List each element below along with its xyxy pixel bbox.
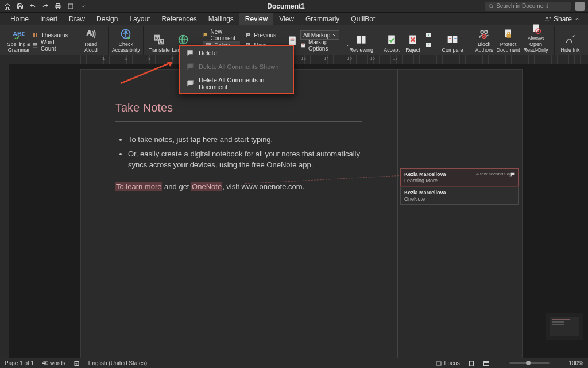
comment-bubble-icon[interactable] bbox=[510, 171, 516, 177]
tab-design[interactable]: Design bbox=[91, 13, 123, 25]
svg-point-35 bbox=[481, 30, 483, 33]
document-page[interactable]: Take Notes To take notes, just tap here … bbox=[80, 69, 523, 358]
redo-icon[interactable] bbox=[41, 2, 49, 10]
new-comment-button[interactable]: New Comment bbox=[203, 30, 240, 40]
doc-bullet-2: Or, easily create a digital notebook for… bbox=[128, 149, 368, 171]
prev-change-icon[interactable] bbox=[424, 32, 432, 40]
status-language[interactable]: English (United States) bbox=[88, 360, 147, 366]
reviewing-pane-button[interactable]: Reviewing bbox=[349, 26, 373, 54]
svg-rect-8 bbox=[36, 33, 37, 37]
svg-line-38 bbox=[483, 35, 486, 38]
check-accessibility-button[interactable]: Check Accessibility bbox=[112, 26, 140, 54]
svg-text:A: A bbox=[160, 40, 163, 44]
tab-home[interactable]: Home bbox=[5, 13, 34, 25]
svg-point-4 bbox=[489, 4, 493, 7]
vertical-ruler[interactable] bbox=[0, 64, 9, 358]
doc-bullet-1: To take notes, just tap here and start t… bbox=[128, 135, 368, 145]
home-icon[interactable] bbox=[3, 2, 11, 10]
spelling-grammar-button[interactable]: ABC Spelling & Grammar bbox=[6, 26, 32, 54]
template-icon[interactable] bbox=[67, 2, 75, 10]
compare-button[interactable]: Compare bbox=[440, 26, 465, 54]
tab-insert[interactable]: Insert bbox=[34, 13, 63, 25]
svg-rect-48 bbox=[469, 361, 473, 366]
tab-draw[interactable]: Draw bbox=[63, 13, 91, 25]
tab-references[interactable]: References bbox=[156, 13, 202, 25]
accept-button[interactable]: Accept bbox=[381, 26, 403, 54]
svg-rect-31 bbox=[448, 36, 452, 43]
svg-rect-32 bbox=[453, 36, 458, 43]
markup-options-button[interactable]: Markup Options bbox=[300, 41, 350, 50]
svg-rect-40 bbox=[507, 34, 512, 38]
zoom-in-button[interactable]: + bbox=[558, 360, 561, 366]
reject-button[interactable]: Reject bbox=[403, 26, 423, 54]
tab-mailings[interactable]: Mailings bbox=[203, 13, 239, 25]
tab-view[interactable]: View bbox=[273, 13, 300, 25]
markup-display-select[interactable]: All Markup bbox=[300, 30, 339, 40]
svg-rect-47 bbox=[436, 362, 441, 365]
svg-rect-49 bbox=[483, 361, 489, 365]
qat-customize-icon[interactable] bbox=[79, 2, 87, 10]
status-words[interactable]: 40 words bbox=[42, 360, 65, 366]
tab-grammarly[interactable]: Grammarly bbox=[300, 13, 345, 25]
focus-mode-button[interactable]: Focus bbox=[435, 360, 460, 367]
web-layout-view-icon[interactable] bbox=[483, 360, 490, 367]
next-change-icon[interactable] bbox=[424, 41, 432, 49]
svg-point-5 bbox=[546, 17, 548, 18]
tab-quillbot[interactable]: QuillBot bbox=[345, 13, 381, 25]
svg-rect-25 bbox=[357, 36, 361, 43]
window-title: Document1 bbox=[87, 2, 485, 10]
search-input[interactable]: Search in Document bbox=[485, 2, 571, 11]
zoom-out-button[interactable]: − bbox=[498, 360, 501, 366]
comment-pane: Kezia MarcellovaA few seconds ago Learni… bbox=[398, 70, 522, 358]
block-authors-button[interactable]: Block Authors bbox=[473, 26, 496, 54]
svg-rect-26 bbox=[362, 36, 366, 43]
always-open-readonly-button[interactable]: Always Open Read-Only bbox=[521, 26, 551, 54]
status-bar: Page 1 of 1 40 words English (United Sta… bbox=[0, 358, 588, 368]
doc-paragraph-2: To learn more and get OneNote, visit www… bbox=[115, 182, 368, 191]
svg-rect-46 bbox=[75, 361, 79, 365]
comment-card-1[interactable]: Kezia MarcellovaA few seconds ago Learni… bbox=[400, 168, 519, 186]
doc-heading: Take Notes bbox=[115, 101, 368, 114]
save-icon[interactable] bbox=[16, 2, 24, 10]
print-icon[interactable] bbox=[54, 2, 62, 10]
svg-rect-23 bbox=[301, 44, 305, 48]
svg-point-36 bbox=[485, 30, 488, 33]
thesaurus-button[interactable]: Thesaurus bbox=[32, 30, 70, 40]
status-page[interactable]: Page 1 of 1 bbox=[5, 360, 34, 366]
title-bar: Document1 Search in Document bbox=[0, 0, 588, 13]
horizontal-ruler[interactable]: 1 2 3 4 13 14 15 16 17 bbox=[0, 55, 588, 64]
svg-rect-7 bbox=[33, 33, 35, 37]
translate-button[interactable]: 文A Translate bbox=[147, 26, 171, 54]
tab-layout[interactable]: Layout bbox=[123, 13, 156, 25]
undo-icon[interactable] bbox=[29, 2, 37, 10]
print-layout-view-icon[interactable] bbox=[468, 360, 475, 367]
search-placeholder: Search in Document bbox=[496, 3, 548, 9]
svg-rect-3 bbox=[68, 4, 73, 9]
delete-dropdown-menu: Delete Delete All Comments Shown Delete … bbox=[179, 45, 294, 94]
menu-item-delete-shown: Delete All Comments Shown bbox=[180, 60, 293, 74]
protect-document-button[interactable]: Protect Document bbox=[496, 26, 521, 54]
svg-text:ABC: ABC bbox=[13, 30, 25, 37]
previous-comment-button[interactable]: Previous bbox=[245, 30, 276, 40]
read-aloud-button[interactable]: A Read Aloud bbox=[77, 26, 105, 54]
user-avatar-icon[interactable] bbox=[575, 2, 585, 11]
menu-item-delete[interactable]: Delete bbox=[180, 46, 293, 60]
share-button[interactable]: Share bbox=[541, 13, 583, 25]
page-thumbnail[interactable] bbox=[546, 313, 583, 340]
menu-item-delete-all[interactable]: Delete All Comments in Document bbox=[180, 74, 293, 93]
zoom-slider[interactable] bbox=[509, 362, 550, 364]
document-workspace: Take Notes To take notes, just tap here … bbox=[0, 64, 588, 358]
word-count-button[interactable]: 123Word Count bbox=[32, 41, 70, 50]
ribbon-tabs: Home Insert Draw Design Layout Reference… bbox=[0, 13, 588, 25]
svg-text:123: 123 bbox=[33, 43, 37, 46]
tab-review[interactable]: Review bbox=[239, 13, 273, 25]
svg-point-13 bbox=[125, 31, 127, 33]
ribbon: ABC Spelling & Grammar Thesaurus 123Word… bbox=[0, 25, 588, 55]
hide-ink-button[interactable]: Hide Ink bbox=[558, 26, 582, 54]
spellcheck-status-icon[interactable] bbox=[74, 360, 80, 367]
svg-text:A: A bbox=[87, 29, 92, 36]
svg-rect-27 bbox=[388, 36, 395, 44]
zoom-percent[interactable]: 100% bbox=[568, 360, 583, 366]
comment-card-2[interactable]: Kezia Marcellova OneNote bbox=[400, 187, 519, 205]
